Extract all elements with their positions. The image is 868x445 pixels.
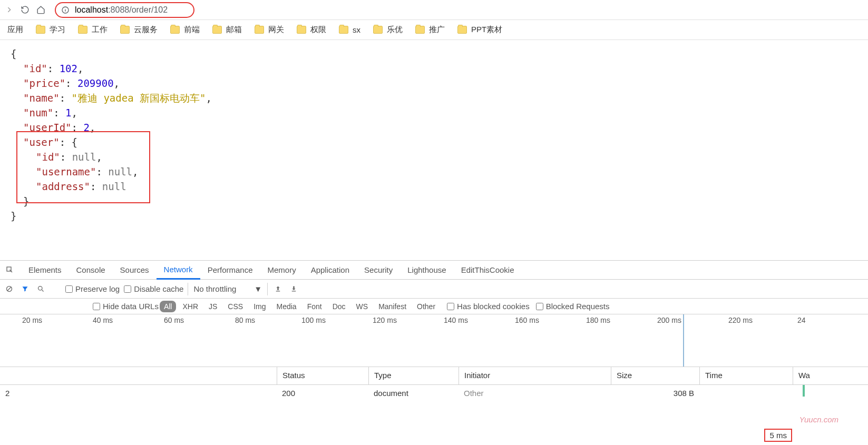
hide-data-urls-checkbox[interactable]: Hide data URLs [93, 302, 159, 311]
folder-icon [170, 26, 180, 34]
folder-icon [415, 26, 425, 34]
throttling-select[interactable]: No throttling▼ [188, 283, 268, 295]
filter-js[interactable]: JS [204, 301, 221, 312]
network-filter-bar: Hide data URLs All XHR JS CSS Img Media … [0, 299, 868, 314]
folder-icon [78, 26, 87, 34]
timeline-tick: 220 ms [728, 316, 753, 324]
timeline-tick: 140 ms [444, 316, 468, 324]
blocked-cookies-checkbox[interactable]: Has blocked cookies [447, 302, 530, 311]
filter-ws[interactable]: WS [352, 301, 373, 312]
address-bar[interactable]: localhost:8088/order/102 [55, 2, 194, 18]
bookmark-item[interactable]: PPT素材 [452, 23, 508, 37]
stop-record-icon[interactable] [3, 283, 15, 295]
folder-icon [373, 26, 383, 34]
request-type: document [368, 389, 459, 398]
folder-icon [255, 26, 264, 34]
time-value-highlight: 5 ms [764, 429, 792, 442]
tab-editthiscookie[interactable]: EditThisCookie [454, 261, 522, 280]
filter-font[interactable]: Font [303, 301, 326, 312]
bookmark-apps[interactable]: 应用 [2, 23, 28, 37]
filter-css[interactable]: CSS [223, 301, 247, 312]
devtools-tabs: Elements Console Sources Network Perform… [0, 261, 868, 280]
timeline-tick: 180 ms [586, 316, 610, 324]
request-status: 200 [277, 389, 368, 398]
request-size: 308 B [611, 389, 699, 398]
col-initiator[interactable]: Initiator [459, 367, 611, 384]
filter-media[interactable]: Media [272, 301, 301, 312]
site-info-icon[interactable] [61, 6, 70, 14]
response-body: { "id": 102, "price": 209900, "name": "雅… [0, 40, 868, 260]
bookmark-item[interactable]: 学习 [31, 23, 71, 37]
preserve-log-checkbox[interactable]: Preserve log [65, 284, 120, 293]
folder-icon [297, 26, 306, 34]
upload-icon[interactable] [272, 283, 284, 295]
filter-img[interactable]: Img [249, 301, 270, 312]
folder-icon [120, 26, 130, 34]
bookmark-item[interactable]: 云服务 [115, 23, 163, 37]
tab-elements[interactable]: Elements [21, 261, 69, 280]
svg-rect-6 [291, 291, 296, 291]
svg-point-4 [38, 286, 42, 291]
tab-lighthouse[interactable]: Lighthouse [400, 261, 453, 280]
bookmark-item[interactable]: 前端 [165, 23, 205, 37]
bookmark-item[interactable]: 乐优 [368, 23, 408, 37]
bookmark-item[interactable]: 邮箱 [207, 23, 247, 37]
bookmark-item[interactable]: 网关 [249, 23, 289, 37]
col-size[interactable]: Size [611, 367, 699, 384]
filter-manifest[interactable]: Manifest [374, 301, 411, 312]
col-waterfall[interactable]: Wa [793, 367, 868, 384]
filter-doc[interactable]: Doc [328, 301, 350, 312]
tab-sources[interactable]: Sources [113, 261, 157, 280]
request-initiator: Other [459, 389, 611, 398]
timeline-tick: 40 ms [93, 316, 113, 324]
folder-icon [339, 26, 348, 34]
devtools-panel: Elements Console Sources Network Perform… [0, 260, 868, 441]
filter-xhr[interactable]: XHR [178, 301, 202, 312]
timeline-tick: 120 ms [373, 316, 397, 324]
request-waterfall [793, 385, 868, 401]
timeline-tick: 200 ms [657, 316, 681, 324]
timeline-tick: 100 ms [301, 316, 326, 324]
url-text: localhost:8088/order/102 [75, 5, 168, 15]
bookmark-item[interactable]: 权限 [291, 23, 331, 37]
bookmark-item[interactable]: 工作 [73, 23, 113, 37]
timeline-cursor [683, 314, 684, 367]
timeline-tick: 24 [797, 316, 806, 324]
filter-other[interactable]: Other [413, 301, 440, 312]
disable-cache-checkbox[interactable]: Disable cache [124, 284, 183, 293]
timeline-tick: 160 ms [515, 316, 539, 324]
folder-icon [36, 26, 45, 34]
tab-console[interactable]: Console [69, 261, 113, 280]
tab-network[interactable]: Network [157, 261, 200, 280]
tab-memory[interactable]: Memory [260, 261, 304, 280]
svg-rect-5 [276, 291, 280, 291]
blocked-requests-checkbox[interactable]: Blocked Requests [536, 302, 610, 311]
request-name: 2 [0, 389, 277, 398]
tab-security[interactable]: Security [357, 261, 400, 280]
folder-icon [212, 26, 222, 34]
bookmarks-bar: 应用 学习 工作 云服务 前端 邮箱 网关 权限 sx 乐优 推广 PPT素材 [0, 20, 868, 40]
col-name[interactable] [0, 367, 277, 384]
col-type[interactable]: Type [368, 367, 459, 384]
network-timeline[interactable]: 20 ms 40 ms 60 ms 80 ms 100 ms 120 ms 14… [0, 314, 868, 367]
network-table-header: Status Type Initiator Size Time Wa [0, 367, 868, 385]
browser-toolbar: localhost:8088/order/102 [0, 0, 868, 20]
home-icon[interactable] [36, 5, 45, 15]
svg-line-3 [7, 287, 11, 291]
network-toolbar: Preserve log Disable cache No throttling… [0, 280, 868, 299]
tab-performance[interactable]: Performance [200, 261, 260, 280]
forward-icon[interactable] [4, 5, 14, 15]
reload-icon[interactable] [20, 5, 30, 15]
inspect-icon[interactable] [4, 264, 16, 276]
download-icon[interactable] [288, 283, 299, 295]
col-status[interactable]: Status [277, 367, 368, 384]
bookmark-item[interactable]: sx [334, 23, 366, 36]
network-request-row[interactable]: 2 200 document Other 308 B [0, 385, 868, 401]
search-icon[interactable] [35, 283, 46, 295]
bookmark-item[interactable]: 推广 [410, 23, 450, 37]
tab-application[interactable]: Application [304, 261, 357, 280]
filter-icon[interactable] [19, 283, 31, 295]
filter-all[interactable]: All [160, 301, 177, 312]
watermark-text: Yuucn.com [799, 415, 838, 424]
col-time[interactable]: Time [699, 367, 793, 384]
